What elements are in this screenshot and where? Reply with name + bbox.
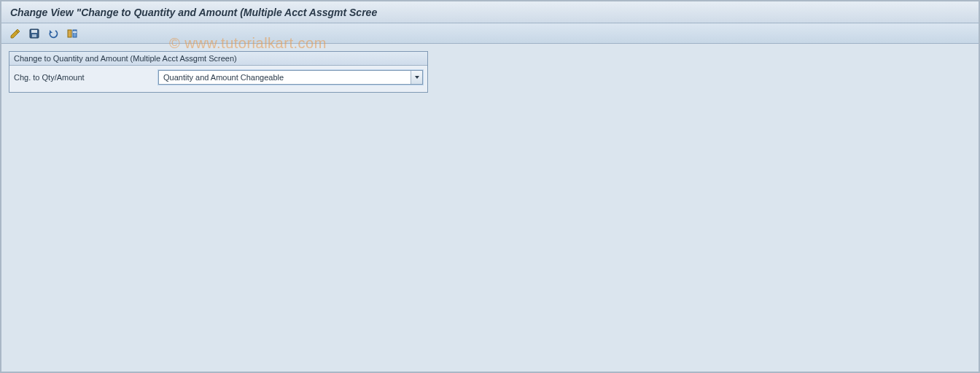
svg-rect-2 bbox=[32, 34, 36, 37]
field-label: Chg. to Qty/Amount bbox=[14, 73, 152, 82]
svg-rect-5 bbox=[73, 31, 77, 33]
svg-rect-3 bbox=[68, 30, 71, 37]
dropdown-value: Quantity and Amount Changeable bbox=[163, 73, 284, 82]
undo-icon bbox=[47, 28, 59, 39]
title-bar: Change View "Change to Quantity and Amou… bbox=[1, 1, 979, 23]
settings-panel: Change to Quantity and Amount (Multiple … bbox=[9, 51, 428, 93]
save-icon bbox=[28, 28, 40, 39]
qty-amount-dropdown[interactable]: Quantity and Amount Changeable bbox=[158, 70, 423, 85]
content-area: Change to Quantity and Amount (Multiple … bbox=[1, 44, 979, 100]
transport-button[interactable] bbox=[64, 26, 80, 41]
pencil-icon bbox=[9, 28, 21, 39]
svg-rect-4 bbox=[73, 30, 77, 37]
toolbar bbox=[1, 23, 979, 44]
undo-button[interactable] bbox=[45, 26, 61, 41]
page-title: Change View "Change to Quantity and Amou… bbox=[10, 7, 377, 18]
chevron-down-icon bbox=[411, 71, 422, 84]
transport-icon bbox=[66, 28, 78, 39]
panel-title: Change to Quantity and Amount (Multiple … bbox=[9, 52, 427, 66]
svg-rect-1 bbox=[31, 30, 37, 33]
panel-body: Chg. to Qty/Amount Quantity and Amount C… bbox=[9, 66, 427, 92]
change-mode-button[interactable] bbox=[7, 26, 23, 41]
save-button[interactable] bbox=[26, 26, 42, 41]
field-row: Chg. to Qty/Amount Quantity and Amount C… bbox=[14, 70, 423, 85]
